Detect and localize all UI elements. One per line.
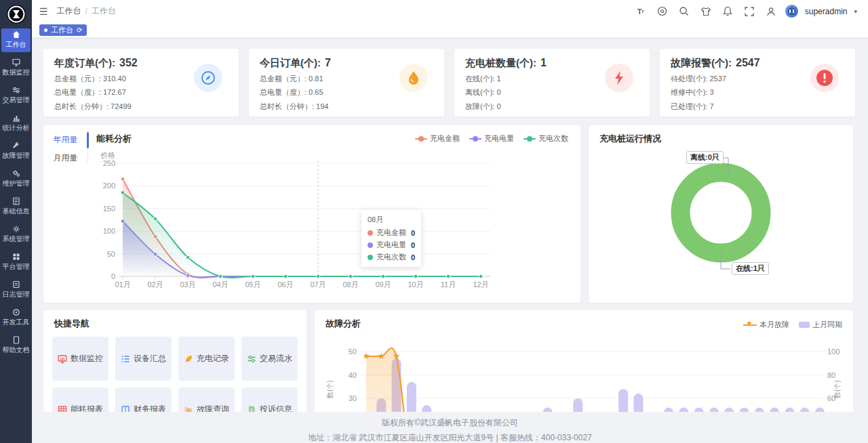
sidebar-item-data-monitor[interactable]: 数据监控 [1, 56, 31, 80]
monitor-icon [58, 354, 67, 364]
stat-value: 352 [119, 57, 138, 68]
sidebar-item-basic-info[interactable]: 基础信息 [1, 195, 31, 219]
tooltip-dot-energy [368, 242, 373, 248]
quick-nav-device-summary[interactable]: 设备汇总 [115, 337, 172, 381]
stat-value: 2547 [736, 57, 760, 68]
folder-search-icon [184, 405, 193, 413]
refresh-icon[interactable]: ⟳ [77, 26, 82, 34]
complaint-doc-icon [247, 405, 256, 413]
sidebar-item-trade-manage[interactable]: 交易管理 [1, 84, 31, 108]
energy-line-chart[interactable]: 050100150200250价格01月02月03月04月05月06月07月08… [43, 125, 580, 303]
hourglass-logo-icon [6, 4, 26, 24]
svg-text:05月: 05月 [245, 280, 260, 289]
quick-nav-complaint-info[interactable]: 投诉信息 [241, 387, 298, 412]
list-icon [121, 354, 130, 364]
theme-skin-icon[interactable] [698, 4, 713, 19]
sidebar-item-dev-tools[interactable]: 开发工具 [1, 306, 31, 330]
profile-icon[interactable] [764, 4, 778, 19]
tooltip-row: 充电电量0 [368, 240, 415, 250]
quick-nav-fault-query[interactable]: 故障查询 [178, 387, 235, 412]
sidebar-item-label: 交易管理 [3, 96, 30, 105]
stat-title: 充电桩数量(个): [465, 57, 536, 68]
sidebar-item-platform-manage[interactable]: 平台管理 [1, 251, 31, 274]
sidebar-item-label: 平台管理 [3, 262, 30, 272]
grid-icon [12, 253, 20, 261]
sliders-icon [247, 354, 256, 364]
header-actions: Tr superadmin ▾ [633, 4, 868, 19]
stat-card-annual-orders: 年度订单(个):352 总金额（元）: 310.40 总电量（度）: 172.6… [43, 49, 239, 117]
user-avatar[interactable] [785, 5, 798, 18]
address-text: 地址：湖北省 武汉市江夏区庙山开发区阳光大道9号 | 客服热线：400-033-… [32, 432, 868, 443]
home-icon [12, 30, 20, 39]
svg-text:★: ★ [393, 351, 401, 361]
quick-nav-data-monitor[interactable]: 数据监控 [52, 337, 108, 381]
wrench-icon [12, 142, 20, 150]
search-icon[interactable] [677, 4, 692, 19]
quick-nav-charge-records[interactable]: 充电记录 [178, 337, 235, 381]
page-footer: 版权所有©武汉盛帆电子股份有限公司 地址：湖北省 武汉市江夏区庙山开发区阳光大道… [32, 412, 868, 443]
sidebar-item-label: 故障管理 [3, 151, 30, 161]
sidebar-item-log-manage[interactable]: 日志管理 [1, 278, 31, 302]
quick-nav-label: 数据监控 [71, 353, 103, 364]
sidebar-item-label: 维护管理 [3, 179, 30, 188]
help-circle-icon[interactable] [655, 4, 670, 19]
journal-icon [12, 280, 20, 289]
sidebar-item-workbench[interactable]: 工作台 [1, 28, 31, 52]
tab-workbench[interactable]: 工作台 ⟳ [39, 24, 87, 36]
tooltip-value: 0 [411, 253, 415, 261]
stat-card-today-orders: 今日订单(个):7 总金额（元）: 0.81 总电量（度）: 0.65 总时长（… [249, 49, 444, 117]
svg-text:06月: 06月 [277, 280, 293, 289]
svg-text:0: 0 [111, 272, 115, 280]
breadcrumb-item[interactable]: 工作台 [57, 5, 81, 17]
drop-icon [399, 64, 428, 92]
stat-title: 故障报警(个): [671, 57, 732, 68]
svg-text:200: 200 [103, 182, 115, 190]
username-label[interactable]: superadmin [805, 7, 848, 16]
quick-nav-grid: 数据监控 设备汇总 充电记录 交易流水 能耗报表 财务报表 故障查询 投诉信息 [52, 337, 298, 412]
chart-tooltip: 08月 充电金额0 充电电量0 充电次数0 [361, 210, 421, 267]
svg-text:08月: 08月 [342, 280, 358, 289]
fullscreen-icon[interactable] [742, 4, 757, 19]
stat-row: 总时长（分钟）: 72499 [54, 102, 228, 112]
quick-nav-finance-report[interactable]: 财务报表 [115, 387, 172, 412]
svg-text:80: 80 [827, 371, 835, 379]
hamburger-menu-icon[interactable]: ☰ [39, 6, 48, 17]
pile-status-card: 充电桩运行情况 离线:0只 在线:1只 [589, 125, 853, 303]
svg-text:★: ★ [377, 351, 385, 361]
svg-text:12月: 12月 [473, 280, 488, 289]
stat-value: 7 [325, 57, 331, 68]
svg-text:250: 250 [103, 159, 115, 167]
svg-text:40: 40 [349, 371, 357, 379]
sidebar-item-stats-analysis[interactable]: 统计分析 [1, 112, 31, 135]
tag-view-bar: 工作台 ⟳ [32, 22, 868, 38]
sidebar-item-system-manage[interactable]: 系统管理 [1, 223, 31, 247]
sidebar-item-label: 系统管理 [3, 234, 30, 244]
fault-combo-chart[interactable]: 3040506080100数(个)数(个)★★★ [315, 310, 853, 412]
sidebar-menu: 工作台 数据监控 交易管理 统计分析 故障管理 维护管理 基础信息 系统管理 [0, 28, 32, 358]
notification-bell-icon[interactable] [720, 4, 735, 19]
stat-card-pile-count: 充电桩数量(个):1 在线(个): 1 离线(个): 0 故障(个): 0 [454, 49, 650, 117]
svg-text:价格: 价格 [100, 151, 115, 159]
quick-nav-trade-flow[interactable]: 交易流水 [241, 337, 298, 381]
quick-nav-label: 能耗报表 [71, 404, 103, 412]
sidebar: 工作台 数据监控 交易管理 统计分析 故障管理 维护管理 基础信息 系统管理 [0, 0, 32, 443]
sidebar-item-maintain-manage[interactable]: 维护管理 [1, 167, 31, 191]
info-doc-icon [12, 197, 20, 205]
svg-text:10月: 10月 [408, 280, 423, 289]
breadcrumb-item-current: 工作台 [92, 5, 116, 17]
tooltip-dot-count [368, 255, 373, 260]
sliders-icon [12, 86, 20, 94]
fault-analysis-card: 故障分析 ★本月故障上月同期 3040506080100数(个)数(个)★★★ [315, 310, 853, 412]
svg-text:100: 100 [827, 347, 840, 356]
quick-nav-label: 投诉信息 [260, 404, 292, 412]
tooltip-title: 08月 [368, 215, 415, 225]
tooltip-row: 充电次数0 [368, 252, 415, 262]
chevron-down-icon[interactable]: ▾ [854, 8, 857, 15]
svg-text:150: 150 [103, 205, 115, 213]
sidebar-item-fault-manage[interactable]: 故障管理 [1, 140, 31, 163]
sidebar-item-help-docs[interactable]: 帮助文档 [1, 334, 31, 358]
font-size-icon[interactable]: Tr [633, 4, 648, 19]
stat-row: 故障(个): 0 [465, 102, 639, 112]
sidebar-item-label: 统计分析 [3, 123, 30, 133]
quick-nav-energy-report[interactable]: 能耗报表 [52, 387, 108, 412]
